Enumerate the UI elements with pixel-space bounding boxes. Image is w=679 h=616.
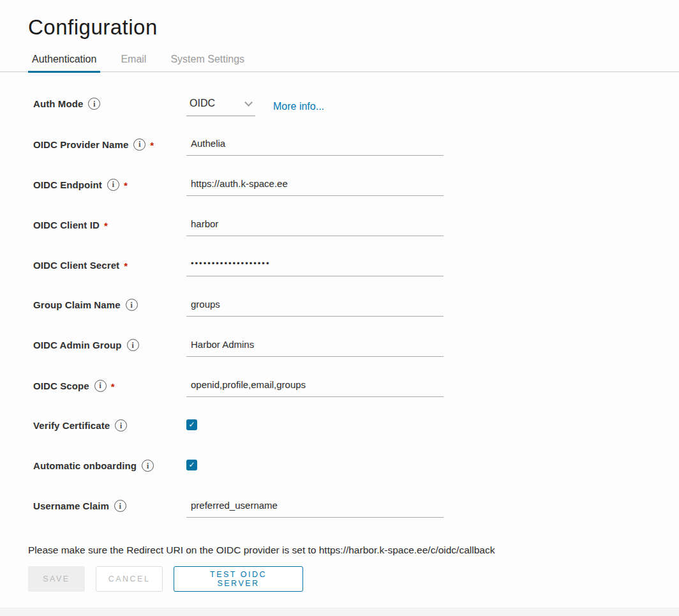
oidc-client-id-label: OIDC Client ID: [33, 220, 100, 230]
row-oidc-provider-name: OIDC Provider Name i *: [33, 131, 679, 172]
row-username-claim: Username Claim i: [33, 493, 679, 534]
verify-certificate-label: Verify Certificate: [33, 420, 110, 431]
oidc-client-secret-input[interactable]: [186, 257, 444, 276]
action-buttons: SAVE CANCEL TEST OIDC SERVER: [28, 566, 679, 592]
row-automatic-onboarding: Automatic onboarding i ✓: [33, 453, 679, 493]
required-marker: *: [124, 259, 128, 271]
required-marker: *: [150, 138, 154, 151]
redirect-uri-note: Please make sure the Redirect URI on the…: [28, 545, 679, 556]
row-oidc-client-secret: OIDC Client Secret *: [33, 252, 679, 292]
row-auth-mode: Auth Mode i OIDC More info...: [33, 91, 679, 131]
oidc-admin-group-label: OIDC Admin Group: [33, 340, 122, 350]
tab-bar: Authentication Email System Settings: [0, 50, 679, 72]
oidc-scope-input[interactable]: [186, 378, 444, 397]
auth-mode-selected-value: OIDC: [190, 98, 215, 109]
cancel-button[interactable]: CANCEL: [96, 566, 163, 592]
info-icon[interactable]: i: [94, 380, 107, 392]
username-claim-label: Username Claim: [33, 500, 109, 511]
configuration-page: Configuration Authentication Email Syste…: [0, 0, 679, 616]
row-oidc-admin-group: OIDC Admin Group i: [33, 333, 679, 373]
oidc-client-secret-label: OIDC Client Secret: [33, 260, 119, 271]
tab-system-settings[interactable]: System Settings: [167, 50, 248, 73]
automatic-onboarding-label: Automatic onboarding: [33, 460, 137, 471]
group-claim-name-label: Group Claim Name: [33, 299, 121, 310]
test-oidc-server-button[interactable]: TEST OIDC SERVER: [174, 566, 303, 592]
row-oidc-endpoint: OIDC Endpoint i *: [33, 172, 679, 212]
verify-certificate-checkbox[interactable]: ✓: [186, 419, 197, 430]
row-oidc-client-id: OIDC Client ID *: [33, 212, 679, 252]
save-button[interactable]: SAVE: [28, 566, 85, 592]
username-claim-input[interactable]: [186, 499, 444, 518]
footer-strip: [0, 608, 679, 616]
oidc-endpoint-input[interactable]: [186, 177, 444, 196]
more-info-link[interactable]: More info...: [273, 101, 324, 112]
oidc-client-id-input[interactable]: [186, 217, 444, 236]
chevron-down-icon: [244, 98, 253, 107]
oidc-scope-label: OIDC Scope: [33, 380, 89, 391]
required-marker: *: [124, 178, 128, 191]
oidc-admin-group-input[interactable]: [186, 338, 444, 357]
tab-email[interactable]: Email: [117, 50, 150, 73]
info-icon[interactable]: i: [142, 460, 154, 472]
info-icon[interactable]: i: [88, 98, 100, 110]
auth-mode-select[interactable]: OIDC: [186, 96, 255, 116]
group-claim-name-input[interactable]: [186, 297, 444, 317]
page-title: Configuration: [28, 15, 679, 40]
info-icon[interactable]: i: [133, 139, 146, 151]
info-icon[interactable]: i: [126, 299, 138, 311]
tab-authentication[interactable]: Authentication: [28, 50, 100, 73]
required-marker: *: [104, 218, 108, 231]
row-verify-certificate: Verify Certificate i ✓: [33, 413, 679, 453]
row-group-claim-name: Group Claim Name i: [33, 292, 679, 333]
check-icon: ✓: [188, 460, 195, 470]
automatic-onboarding-checkbox[interactable]: ✓: [186, 460, 197, 470]
row-oidc-scope: OIDC Scope i *: [33, 373, 679, 413]
auth-mode-label: Auth Mode: [33, 98, 83, 109]
info-icon[interactable]: i: [107, 179, 119, 191]
info-icon[interactable]: i: [115, 419, 127, 432]
info-icon[interactable]: i: [114, 500, 126, 512]
oidc-provider-name-label: OIDC Provider Name: [33, 139, 128, 150]
info-icon[interactable]: i: [127, 339, 139, 351]
required-marker: *: [111, 379, 115, 392]
oidc-provider-name-input[interactable]: [186, 137, 444, 156]
auth-settings-form: Auth Mode i OIDC More info... OIDC Provi…: [0, 72, 679, 534]
oidc-endpoint-label: OIDC Endpoint: [33, 179, 102, 190]
check-icon: ✓: [188, 419, 195, 430]
